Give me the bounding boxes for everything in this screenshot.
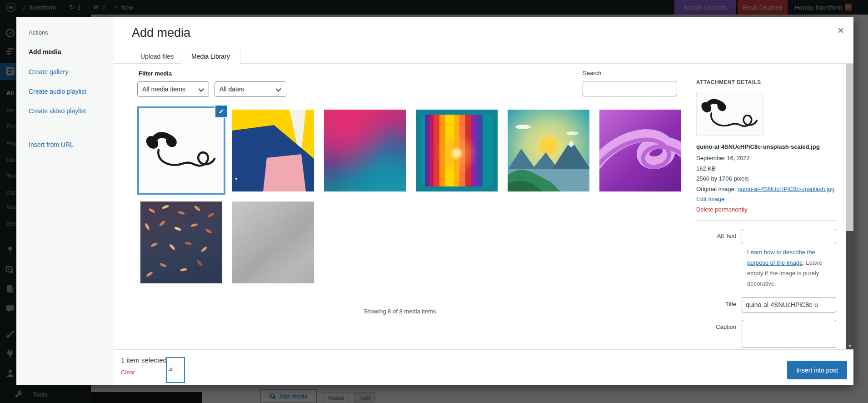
original-image-label: Original image: (696, 186, 738, 192)
caption-input[interactable] (742, 320, 836, 348)
scroll-down-icon[interactable]: ▼ (846, 344, 853, 348)
media-item-abstract-geometric[interactable] (232, 110, 314, 191)
chevron-down-icon (198, 86, 204, 92)
attachment-details-panel: ATTACHMENT DETAILS quino-al-4SNUcHPiC8c-… (686, 64, 846, 349)
details-scrollbar[interactable]: ▼ (846, 64, 853, 349)
menu-item-create-gallery[interactable]: Create gallery (29, 68, 68, 76)
add-media-modal: Actions Add media Create gallery Create … (16, 17, 853, 385)
attachment-original: Original image: quino-al-4SNUcHPiC8c-uns… (696, 184, 836, 195)
abstract-geometric-image (232, 110, 314, 191)
menu-item-create-video-playlist[interactable]: Create video playlist (29, 107, 86, 115)
date-filter-value: All dates (219, 86, 244, 93)
menu-divider (29, 129, 114, 129)
selected-item-thumbnail (166, 357, 185, 383)
menu-item-create-audio-playlist[interactable]: Create audio playlist (29, 88, 86, 95)
media-item-mountain-illustration[interactable] (508, 110, 589, 191)
telephone-image (140, 110, 222, 191)
clear-selection-link[interactable]: Clear (121, 369, 135, 376)
menu-item-insert-from-url[interactable]: Insert from URL (29, 141, 74, 148)
concrete-image (232, 202, 314, 283)
actions-heading: Actions (29, 29, 48, 36)
modal-title: Add media (132, 26, 190, 40)
attachment-filename: quino-al-4SNUcHPiC8c-unsplash-scaled.jpg (696, 142, 836, 151)
alt-text-help: Learn how to describe the purpose of the… (747, 247, 837, 289)
media-item-pink-teal-smoke[interactable] (324, 110, 406, 191)
media-item-rose-petals[interactable] (140, 202, 222, 283)
modal-toolbar: 1 item selected Clear Insert into post (114, 349, 853, 385)
petals-image (140, 202, 222, 283)
details-divider (696, 220, 836, 221)
attachment-filesize: 162 KB (696, 164, 836, 174)
media-type-value: All media items (142, 86, 185, 93)
media-count-status: Showing 8 of 8 media items (114, 308, 686, 315)
attachment-date: September 16, 2022 (696, 153, 836, 164)
menu-item-add-media[interactable]: Add media (29, 48, 61, 55)
search-input[interactable] (583, 81, 677, 96)
title-input[interactable] (742, 297, 836, 312)
modal-actions-sidebar: Actions Add media Create gallery Create … (16, 17, 114, 385)
chevron-down-icon (275, 86, 281, 92)
check-icon[interactable]: ✓ (215, 106, 227, 117)
media-item-rainbow-tunnel[interactable] (416, 110, 498, 191)
mountain-image (508, 110, 589, 191)
title-label: Title (696, 297, 742, 312)
scrollbar-thumb[interactable] (846, 64, 853, 231)
selection-count: 1 item selected (121, 356, 167, 364)
date-filter-select[interactable]: All dates (215, 81, 286, 97)
original-image-link[interactable]: quino-al-4SNUcHPiC8c-unsplash.jpg (738, 186, 834, 192)
media-item-purple-swirl[interactable] (599, 110, 681, 191)
alt-text-input[interactable] (742, 229, 836, 244)
tunnel-image (416, 110, 498, 191)
smoke-image (324, 110, 406, 191)
swirl-image (599, 110, 681, 191)
filter-media-label: Filter media (139, 70, 172, 77)
insert-into-post-button[interactable]: Insert into post (787, 361, 847, 379)
caption-label: Caption (696, 320, 742, 348)
tab-upload-files[interactable]: Upload files (139, 49, 175, 63)
attachment-details-heading: ATTACHMENT DETAILS (696, 79, 836, 86)
media-item-telephone-selected[interactable]: ✓ (140, 110, 222, 191)
media-item-gray-concrete[interactable] (232, 202, 314, 283)
edit-image-link[interactable]: Edit Image (696, 196, 724, 202)
search-label: Search (583, 70, 601, 76)
alt-text-label: Alt Text (696, 229, 742, 244)
attachment-dimensions: 2560 by 1706 pixels (696, 174, 836, 184)
close-icon[interactable]: × (833, 22, 849, 39)
tab-media-library[interactable]: Media Library (181, 49, 240, 64)
media-type-select[interactable]: All media items (137, 81, 209, 97)
attachment-thumbnail (696, 92, 763, 136)
delete-permanently-link[interactable]: Delete permanently (696, 206, 748, 213)
